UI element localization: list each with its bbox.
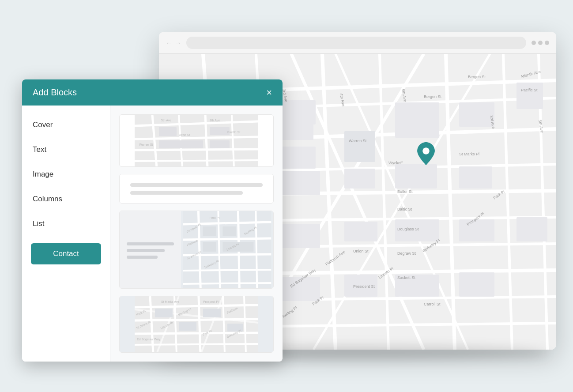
svg-text:Warren St: Warren St [139, 143, 153, 146]
forward-arrow-icon[interactable]: → [175, 39, 181, 46]
svg-text:Union St: Union St [353, 249, 369, 253]
cover-preview-image: Pacific St 8th Ave Dean St Warren St 5th… [120, 115, 273, 167]
svg-text:Wyckoff: Wyckoff [388, 161, 403, 165]
svg-rect-90 [159, 140, 203, 148]
svg-rect-37 [276, 224, 320, 248]
svg-rect-134 [203, 309, 221, 317]
menu-dot-1 [532, 41, 536, 45]
svg-text:Prospect Pl: Prospect Pl [203, 300, 219, 304]
sidebar-item-image[interactable]: Image [22, 162, 110, 187]
svg-text:Dean St: Dean St [179, 133, 190, 136]
svg-text:Degraw St: Degraw St [397, 251, 416, 256]
svg-rect-91 [210, 127, 230, 135]
svg-rect-46 [459, 272, 494, 297]
svg-text:President St: President St [353, 284, 375, 289]
svg-rect-92 [210, 140, 230, 148]
svg-text:Warren St: Warren St [349, 139, 367, 143]
col-line-1 [127, 242, 174, 245]
svg-text:Pacific St: Pacific St [521, 88, 538, 92]
svg-rect-27 [344, 131, 375, 162]
svg-rect-38 [344, 222, 377, 241]
columns-preview-content: Prospect Pl Park Pl Flatbush Sterling Pl… [120, 211, 273, 289]
modal-body: Cover Text Image Columns List Contact [22, 106, 283, 362]
svg-rect-89 [159, 127, 177, 136]
svg-rect-108 [203, 226, 216, 236]
svg-point-79 [422, 147, 430, 155]
svg-text:St Marks Pl: St Marks Pl [459, 152, 479, 156]
columns-left-pane [120, 211, 181, 289]
list-block-preview[interactable]: Park Pl St Marks Ave Sterling Pl Prospec… [119, 296, 274, 353]
svg-rect-33 [344, 169, 375, 188]
address-bar[interactable] [186, 37, 526, 49]
browser-nav-buttons: ← → [166, 39, 181, 46]
svg-text:Park Pl: Park Pl [210, 216, 220, 219]
sidebar-item-cover[interactable]: Cover [22, 113, 110, 137]
svg-text:Bergen St: Bergen St [468, 75, 486, 79]
col-line-2 [127, 249, 165, 252]
svg-text:St Marks Ave: St Marks Ave [161, 300, 179, 303]
cover-block-preview[interactable]: Pacific St 8th Ave Dean St Warren St 5th… [119, 114, 274, 167]
menu-dot-3 [545, 41, 549, 45]
sidebar-item-columns[interactable]: Columns [22, 187, 110, 211]
svg-text:Douglass St: Douglass St [397, 227, 419, 231]
menu-dot-2 [538, 41, 543, 45]
svg-text:5th Ave: 5th Ave [161, 119, 171, 122]
list-preview-map: Park Pl St Marks Ave Sterling Pl Prospec… [120, 296, 273, 353]
svg-line-83 [135, 149, 258, 150]
browser-menu-dots [532, 41, 549, 45]
close-icon[interactable]: × [266, 88, 272, 98]
svg-text:Carroll St: Carroll St [424, 302, 441, 306]
modal-nav: Cover Text Image Columns List Contact [22, 106, 110, 362]
svg-text:Baltic St: Baltic St [397, 207, 412, 211]
columns-right-pane: Prospect Pl Park Pl Flatbush Sterling Pl… [181, 211, 273, 289]
svg-line-84 [135, 160, 258, 161]
sidebar-item-text[interactable]: Text [22, 137, 110, 162]
svg-line-103 [183, 283, 271, 284]
svg-text:Sackett St: Sackett St [397, 275, 416, 280]
svg-rect-109 [223, 226, 236, 236]
svg-rect-40 [459, 219, 494, 241]
text-block-preview[interactable] [119, 174, 274, 203]
text-preview-line-1 [130, 183, 263, 187]
browser-toolbar: ← → [159, 32, 556, 54]
svg-text:Bergen St: Bergen St [424, 94, 442, 99]
svg-rect-132 [155, 309, 173, 317]
add-blocks-modal: Add Blocks × Cover Text Image Columns Li… [22, 79, 283, 362]
svg-rect-35 [459, 166, 492, 188]
map-pin [415, 142, 437, 169]
text-preview-content [120, 174, 273, 203]
svg-text:8th Ave: 8th Ave [210, 119, 220, 122]
svg-rect-28 [395, 102, 439, 138]
svg-rect-25 [278, 147, 316, 169]
svg-line-102 [183, 270, 271, 271]
svg-rect-133 [179, 322, 196, 331]
back-arrow-icon[interactable]: ← [166, 39, 172, 46]
svg-text:Butler St: Butler St [397, 189, 413, 194]
svg-rect-41 [516, 217, 547, 241]
text-preview-line-2 [130, 191, 243, 195]
svg-rect-30 [516, 83, 543, 109]
modal-title: Add Blocks [33, 87, 77, 98]
col-line-3 [127, 256, 158, 259]
columns-block-preview[interactable]: Prospect Pl Park Pl Flatbush Sterling Pl… [119, 211, 274, 289]
svg-rect-29 [459, 102, 494, 127]
svg-text:Ed Bogelaw Way: Ed Bogelaw Way [137, 338, 161, 341]
contact-button[interactable]: Contact [31, 243, 101, 264]
modal-header: Add Blocks × [22, 79, 283, 106]
sidebar-item-list[interactable]: List [22, 211, 110, 236]
svg-rect-32 [276, 171, 320, 195]
svg-rect-110 [203, 242, 216, 252]
block-previews-area: Pacific St 8th Ave Dean St Warren St 5th… [110, 106, 283, 362]
svg-text:Pacific St: Pacific St [227, 131, 240, 134]
